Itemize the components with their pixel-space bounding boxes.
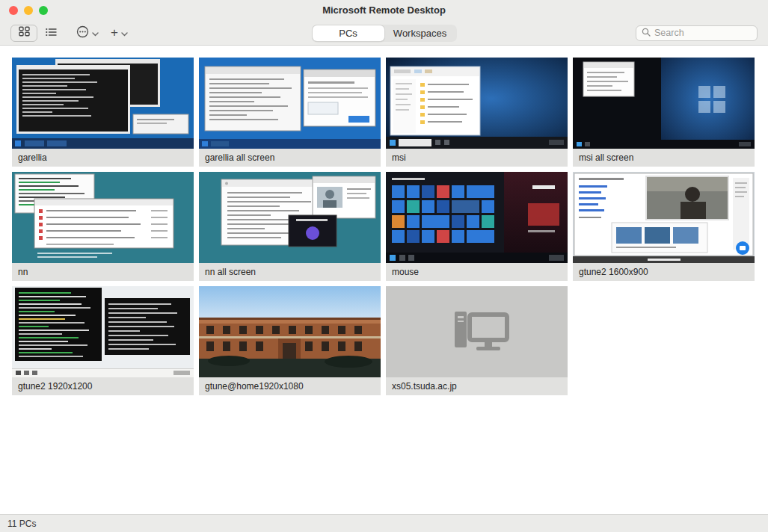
pc-name: xs05.tsuda.ac.jp: [386, 377, 568, 395]
pc-name: garellia all screen: [199, 149, 381, 167]
pc-tile-gtune2-1600x900[interactable]: gtune2 1600x900: [573, 172, 755, 281]
zoom-button[interactable]: [39, 6, 48, 15]
list-view-button[interactable]: [37, 25, 64, 42]
plus-icon: +: [111, 26, 118, 39]
pc-tile-mouse[interactable]: mouse: [386, 172, 568, 281]
pc-name: garellia: [12, 149, 194, 167]
grid-view-button[interactable]: [10, 25, 37, 42]
app-window: Microsoft Remote Desktop: [0, 0, 768, 532]
search-field[interactable]: [636, 25, 758, 41]
pc-thumbnail: [386, 172, 568, 263]
search-icon: [642, 26, 651, 40]
pc-thumbnail: [386, 286, 568, 377]
ellipsis-circle-icon: [76, 25, 89, 41]
pc-name: gtune2 1920x1200: [12, 377, 194, 395]
pc-thumbnail: [199, 172, 381, 263]
tab-pcs[interactable]: PCs: [313, 25, 384, 41]
window-header: Microsoft Remote Desktop: [0, 0, 768, 46]
pc-tile-gtune-home[interactable]: gtune@home1920x1080: [199, 286, 381, 395]
pc-tile-garellia[interactable]: garellia: [12, 58, 194, 167]
pc-thumbnail: [573, 172, 755, 263]
titlebar[interactable]: Microsoft Remote Desktop: [0, 0, 768, 20]
pc-tile-msi-all-screen[interactable]: msi all screen: [573, 58, 755, 167]
pc-name: nn all screen: [199, 263, 381, 281]
pc-name: gtune@home1920x1080: [199, 377, 381, 395]
pc-tile-msi[interactable]: msi: [386, 58, 568, 167]
search-input[interactable]: [654, 28, 752, 38]
tab-workspaces[interactable]: Workspaces: [384, 25, 456, 41]
traffic-lights: [9, 6, 48, 15]
pc-tile-nn-all-screen[interactable]: nn all screen: [199, 172, 381, 281]
pc-tile-garellia-all-screen[interactable]: garellia all screen: [199, 58, 381, 167]
pc-name: msi: [386, 149, 568, 167]
more-options-menu[interactable]: [76, 25, 99, 41]
pc-thumbnail: [12, 172, 194, 263]
pc-name: gtune2 1600x900: [573, 263, 755, 281]
pc-thumbnail: [12, 58, 194, 149]
pc-name: msi all screen: [573, 149, 755, 167]
pc-grid-area: garellia: [0, 46, 768, 514]
pc-tile-nn[interactable]: nn: [12, 172, 194, 281]
pc-thumbnail: [199, 58, 381, 149]
chevron-down-icon: [121, 26, 128, 40]
pc-thumbnail: [386, 58, 568, 149]
toolbar: + PCs Workspaces: [0, 20, 768, 46]
view-switcher: PCs Workspaces: [312, 25, 457, 42]
list-view-icon: [46, 26, 57, 40]
pc-tile-xs05[interactable]: xs05.tsuda.ac.jp: [386, 286, 568, 395]
pc-grid: garellia: [12, 58, 756, 395]
window-title: Microsoft Remote Desktop: [322, 4, 446, 16]
pc-thumbnail: [573, 58, 755, 149]
minimize-button[interactable]: [24, 6, 33, 15]
add-menu[interactable]: +: [111, 26, 128, 40]
pc-name: mouse: [386, 263, 568, 281]
status-bar: 11 PCs: [0, 514, 768, 532]
chevron-down-icon: [92, 26, 99, 40]
pc-thumbnail: [199, 286, 381, 377]
pc-thumbnail: [12, 286, 194, 377]
pc-count: 11 PCs: [7, 519, 36, 529]
pc-tile-gtune2-1920x1200[interactable]: gtune2 1920x1200: [12, 286, 194, 395]
close-button[interactable]: [9, 6, 18, 15]
pc-name: nn: [12, 263, 194, 281]
grid-view-icon: [19, 26, 30, 40]
